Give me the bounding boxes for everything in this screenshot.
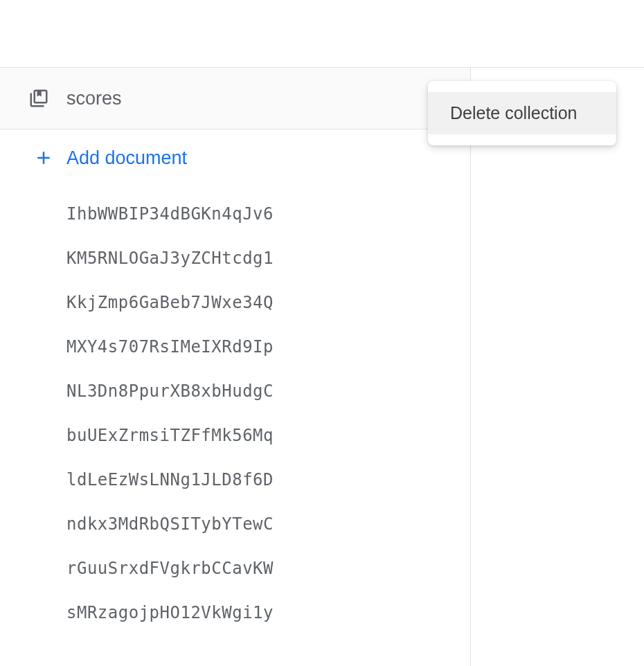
right-panel	[471, 68, 644, 666]
top-spacer	[0, 0, 644, 68]
context-menu: Delete collection	[428, 81, 616, 145]
document-list: IhbWWBIP34dBGKn4qJv6 KM5RNLOGaJ3yZCHtcdg…	[0, 186, 470, 640]
document-item[interactable]: NL3Dn8PpurXB8xbHudgC	[0, 369, 470, 413]
main-container: scores Add document IhbWWBIP34dBGKn4qJv6…	[0, 68, 644, 666]
plus-icon	[32, 146, 55, 170]
collection-header: scores	[0, 68, 470, 129]
collection-name: scores	[66, 88, 426, 109]
document-item[interactable]: rGuuSrxdFVgkrbCCavKW	[0, 546, 470, 591]
document-item[interactable]: sMRzagojpHO12VkWgi1y	[0, 591, 470, 635]
document-item[interactable]: KM5RNLOGaJ3yZCHtcdg1	[0, 236, 470, 280]
add-document-button[interactable]: Add document	[0, 129, 470, 186]
collection-panel: scores Add document IhbWWBIP34dBGKn4qJv6…	[0, 68, 471, 666]
document-item[interactable]: ldLeEzWsLNNg1JLD8f6D	[0, 458, 470, 502]
document-item[interactable]: IhbWWBIP34dBGKn4qJv6	[0, 192, 470, 236]
document-item[interactable]: buUExZrmsiTZFfMk56Mq	[0, 413, 470, 458]
delete-collection-menu-item[interactable]: Delete collection	[428, 92, 616, 134]
collection-icon	[26, 86, 51, 111]
document-item[interactable]: ndkx3MdRbQSITybYTewC	[0, 502, 470, 546]
add-document-label: Add document	[66, 147, 187, 169]
document-item[interactable]: MXY4s707RsIMeIXRd9Ip	[0, 325, 470, 369]
document-item[interactable]: KkjZmp6GaBeb7JWxe34Q	[0, 280, 470, 325]
